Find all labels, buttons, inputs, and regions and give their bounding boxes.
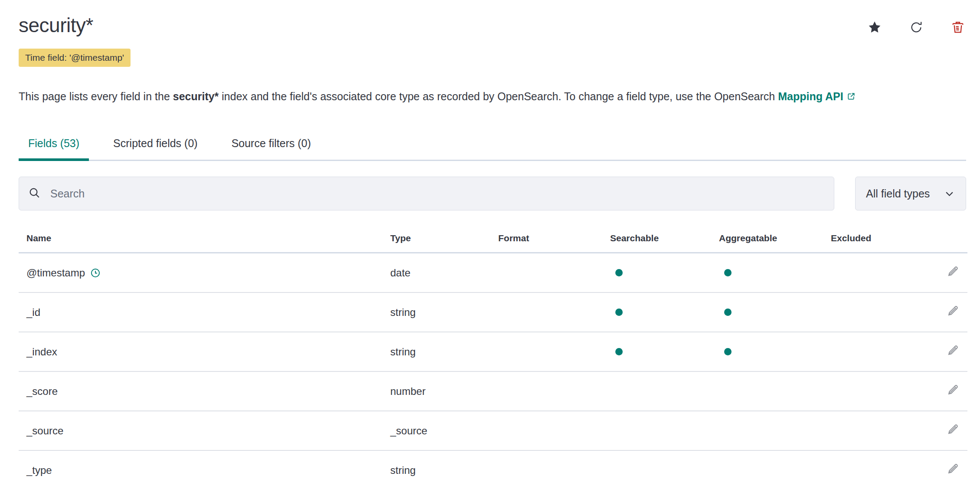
field-excluded <box>823 253 934 293</box>
fields-table: NameTypeFormatSearchableAggregatableExcl… <box>19 229 967 486</box>
search-box[interactable] <box>19 177 834 210</box>
edit-field-button[interactable] <box>946 304 960 319</box>
field-type: date <box>382 253 490 293</box>
fields-table-header-row: NameTypeFormatSearchableAggregatableExcl… <box>19 229 967 253</box>
table-row: _index string <box>19 332 967 371</box>
fields-table-body: @timestamp date <box>19 253 967 486</box>
column-header-searchable: Searchable <box>602 229 711 253</box>
field-excluded <box>823 332 934 371</box>
searchable-dot <box>615 348 623 355</box>
field-name: _type <box>26 464 52 476</box>
aggregatable-dot <box>724 269 732 276</box>
page-description: This page lists every field in the secur… <box>19 86 966 107</box>
field-name: _source <box>26 425 63 437</box>
field-format <box>490 292 602 332</box>
searchable-dot <box>615 269 623 276</box>
index-name: security* <box>173 90 219 102</box>
time-field-badge: Time field: '@timestamp' <box>19 49 131 67</box>
title-block: security* Time field: '@timestamp' <box>19 13 131 67</box>
field-excluded <box>823 371 934 411</box>
field-excluded <box>823 450 934 486</box>
field-format <box>490 371 602 411</box>
edit-field-button[interactable] <box>946 265 960 279</box>
tab-scripted-fields[interactable]: Scripted fields (0) <box>104 137 207 160</box>
index-pattern-page: security* Time field: '@timestamp' <box>0 13 980 486</box>
refresh-icon <box>909 20 923 34</box>
tab-fields[interactable]: Fields (53) <box>19 137 89 160</box>
field-type: string <box>382 332 490 371</box>
header-actions <box>867 20 966 35</box>
delete-button[interactable] <box>951 20 965 35</box>
search-input[interactable] <box>49 187 824 200</box>
edit-field-button[interactable] <box>946 344 960 358</box>
table-row: _id string <box>19 292 967 332</box>
field-name: _score <box>26 385 58 397</box>
aggregatable-dot <box>724 348 732 355</box>
field-type-filter[interactable]: All field types <box>855 177 966 210</box>
description-intro: This page lists every field in the <box>19 90 173 102</box>
column-header-aggregatable: Aggregatable <box>711 229 823 253</box>
field-format <box>490 332 602 371</box>
table-row: _score number <box>19 371 967 411</box>
field-excluded <box>823 292 934 332</box>
field-format <box>490 411 602 450</box>
clock-icon <box>90 267 101 279</box>
external-link-icon <box>846 92 856 102</box>
column-header-edit <box>934 229 967 253</box>
field-format <box>490 450 602 486</box>
tab-source-filters[interactable]: Source filters (0) <box>222 137 320 160</box>
field-type: string <box>382 292 490 332</box>
tabs: Fields (53)Scripted fields (0)Source fil… <box>19 137 966 161</box>
field-type: string <box>382 450 490 486</box>
pencil-icon <box>946 383 960 397</box>
field-excluded <box>823 411 934 450</box>
search-icon <box>29 187 42 200</box>
field-format <box>490 253 602 293</box>
trash-icon <box>951 20 965 34</box>
description-middle: index and the field's associated core ty… <box>219 90 778 102</box>
searchable-dot <box>615 309 623 316</box>
pencil-icon <box>946 265 960 278</box>
star-icon <box>868 20 882 34</box>
edit-field-button[interactable] <box>946 383 960 398</box>
pencil-icon <box>946 344 960 357</box>
field-name: _id <box>26 306 40 319</box>
field-type-filter-label: All field types <box>866 187 930 200</box>
field-name: @timestamp <box>26 267 85 279</box>
edit-field-button[interactable] <box>946 462 960 477</box>
page-header: security* Time field: '@timestamp' <box>19 13 966 67</box>
column-header-name: Name <box>19 229 382 253</box>
mapping-api-link-label: Mapping API <box>778 90 843 102</box>
field-name: _index <box>26 346 57 358</box>
column-header-type: Type <box>382 229 490 253</box>
field-type: number <box>382 371 490 411</box>
table-row: _type string <box>19 450 967 486</box>
aggregatable-dot <box>724 309 732 316</box>
column-header-excluded: Excluded <box>823 229 934 253</box>
pencil-icon <box>946 304 960 318</box>
field-type: _source <box>382 411 490 450</box>
favorite-button[interactable] <box>867 20 882 35</box>
chevron-down-icon <box>944 188 955 200</box>
table-row: @timestamp date <box>19 253 967 293</box>
pencil-icon <box>946 423 960 436</box>
edit-field-button[interactable] <box>946 423 960 437</box>
page-title: security* <box>19 13 131 37</box>
table-row: _source _source <box>19 411 967 450</box>
filter-row: All field types <box>19 177 966 210</box>
mapping-api-link[interactable]: Mapping API <box>778 90 856 102</box>
pencil-icon <box>946 462 960 476</box>
refresh-button[interactable] <box>909 20 924 35</box>
column-header-format: Format <box>490 229 602 253</box>
